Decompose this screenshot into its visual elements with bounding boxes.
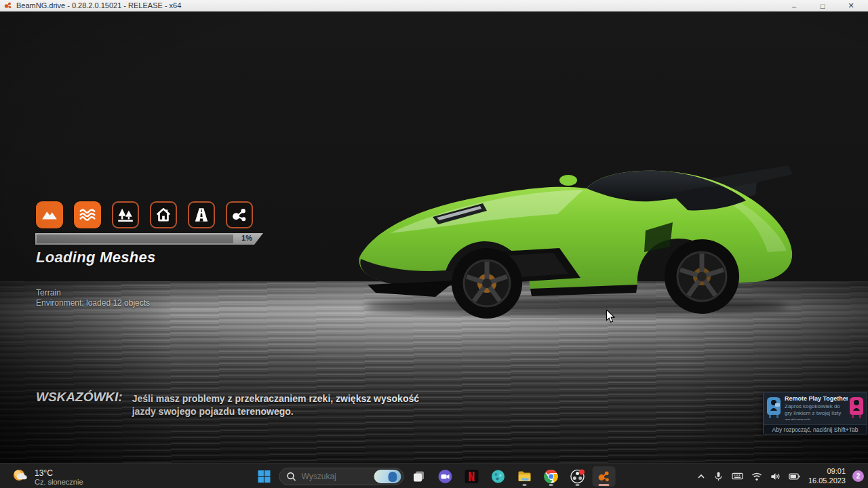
search-daily-image[interactable] (374, 470, 401, 483)
running-indicator (523, 484, 527, 486)
progress-percent-label: 1% (241, 234, 252, 242)
notification-count-badge[interactable]: 2 (852, 470, 864, 482)
blue-armchair-icon (765, 394, 783, 420)
mouse-cursor (606, 310, 615, 323)
netflix-app-icon (465, 469, 479, 484)
running-indicator (576, 484, 580, 486)
steam-notification-footer: Aby rozpocząć, naciśnij Shift+Tab (764, 424, 867, 434)
keyboard-icon (732, 471, 743, 481)
wifi-icon (751, 472, 762, 481)
beamng-taskbar-icon (597, 469, 612, 484)
stage-water-waves-icon (74, 201, 101, 228)
windows-logo-icon (258, 470, 271, 483)
taskbar-app-netflix[interactable] (460, 466, 484, 487)
running-indicator (549, 484, 553, 486)
loading-progress-bar: 1% (35, 233, 263, 245)
windows-taskbar: 13°C Cz. słonecznie (0, 463, 868, 488)
taskbar-app-video-call[interactable] (434, 466, 457, 487)
stage-forest-trees-icon (112, 201, 139, 228)
tray-microphone[interactable] (711, 467, 726, 486)
clock-time: 09:01 (827, 467, 846, 476)
tray-volume[interactable] (768, 467, 783, 486)
weather-widget[interactable]: 13°C Cz. słonecznie (7, 466, 87, 487)
partly-sunny-icon (11, 468, 29, 486)
tray-clock[interactable]: 09:01 16.05.2023 (806, 467, 848, 486)
weather-temperature: 13°C (35, 468, 83, 478)
tray-wifi[interactable] (749, 467, 765, 486)
loading-screen-car-image (353, 150, 800, 319)
tips-text: Jeśli masz problemy z przekraczaniem rze… (132, 390, 432, 418)
paint-app-icon (491, 469, 506, 484)
taskbar-app-obs[interactable] (566, 466, 589, 487)
maximize-button[interactable]: □ (808, 0, 837, 12)
tray-battery[interactable] (786, 467, 803, 486)
taskbar-app-chrome[interactable] (540, 466, 563, 487)
task-view-icon (412, 470, 426, 483)
tray-show-hidden-icons[interactable] (694, 467, 708, 486)
window-titlebar[interactable]: BeamNG.drive - 0.28.2.0.15021 - RELEASE … (0, 0, 868, 12)
progress-track (37, 235, 233, 243)
steam-remote-play-notification[interactable]: Remote Play Together Zaproś kogokolwiek … (763, 392, 867, 434)
stage-road-icon (188, 201, 215, 228)
loading-phase-title: Loading Meshes (36, 249, 156, 266)
speaker-icon (770, 472, 781, 481)
focused-indicator (599, 484, 610, 486)
chrome-icon (544, 469, 559, 484)
tips-label: WSKAZÓWKI: (36, 390, 123, 418)
pink-armchair-icon (848, 394, 865, 420)
minimize-button[interactable]: – (780, 0, 808, 12)
screen: BeamNG.drive - 0.28.2.0.15021 - RELEASE … (0, 0, 868, 488)
taskbar-search-box[interactable] (279, 468, 404, 485)
file-explorer-icon (517, 469, 532, 484)
microphone-icon (713, 471, 724, 481)
obs-studio-icon (570, 469, 585, 484)
taskbar-app-beamng[interactable] (593, 466, 616, 487)
clock-date: 16.05.2023 (808, 476, 846, 486)
tips-row: WSKAZÓWKI: Jeśli masz problemy z przekra… (36, 390, 432, 418)
steam-notification-title: Remote Play Together (785, 395, 846, 402)
beamng-app-icon (4, 1, 12, 9)
window-title: BeamNG.drive - 0.28.2.0.15021 - RELEASE … (16, 1, 181, 9)
loading-status-line-1: Terrain (36, 288, 61, 298)
stage-object-nodes-icon (226, 201, 253, 228)
chevron-up-icon (697, 472, 705, 481)
stage-mountains-icon (36, 201, 63, 228)
loading-status-line-2: Environment: loaded 12 objects (36, 298, 150, 308)
task-view-button[interactable] (408, 466, 431, 487)
stage-house-icon (150, 201, 177, 228)
loading-stage-icons (36, 201, 253, 228)
video-call-app-icon (438, 469, 453, 484)
battery-icon (789, 472, 800, 481)
taskbar-app-file-explorer[interactable] (513, 466, 536, 487)
start-button[interactable] (253, 466, 276, 487)
weather-condition: Cz. słonecznie (35, 478, 83, 486)
steam-notification-body: Zaproś kogokolwiek do gry linkiem z twoj… (785, 403, 846, 420)
tray-touch-keyboard[interactable] (729, 467, 746, 486)
game-viewport: 1% Loading Meshes Terrain Environment: l… (0, 12, 868, 463)
search-icon (287, 472, 296, 481)
close-button[interactable]: ✕ (837, 0, 865, 12)
search-input[interactable] (302, 472, 369, 481)
taskbar-app-paint[interactable] (487, 466, 510, 487)
